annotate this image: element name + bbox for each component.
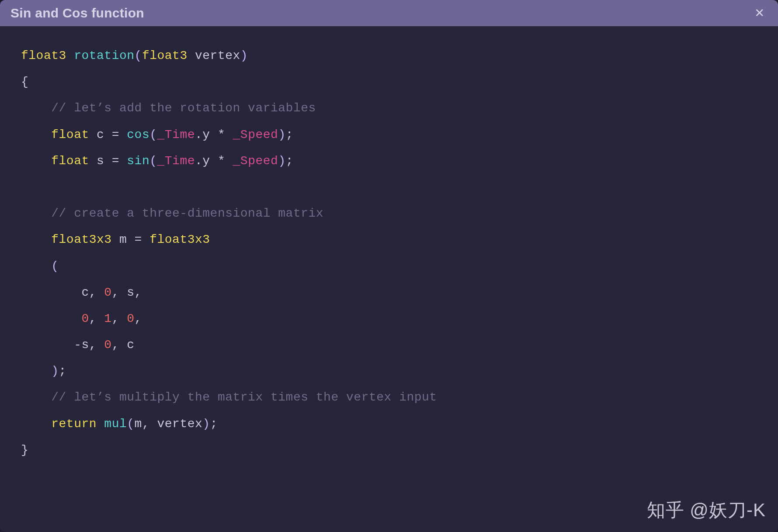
token-paren: ( xyxy=(127,417,134,431)
token-type: float3 xyxy=(142,49,188,62)
titlebar: Sin and Cos function ✕ xyxy=(0,0,778,26)
token-operator: = xyxy=(104,154,127,168)
token-variable: _Time xyxy=(157,128,195,142)
token-paren: ( xyxy=(149,154,157,168)
token-type: float3x3 xyxy=(51,233,111,246)
token-paren: ) xyxy=(240,49,248,62)
token-comma: , xyxy=(89,286,104,299)
token-identifier: m xyxy=(135,417,142,431)
token-variable: _Speed xyxy=(233,154,278,168)
token-paren: ( xyxy=(149,128,157,142)
token-identifier: s xyxy=(127,286,134,299)
token-paren: ( xyxy=(135,49,142,62)
token-param: vertex xyxy=(195,49,240,62)
token-variable: _Time xyxy=(157,154,195,168)
token-operator: - xyxy=(74,338,81,352)
token-paren: ) xyxy=(202,417,210,431)
window-title: Sin and Cos function xyxy=(10,6,144,21)
token-comment: // let’s add the rotation variables xyxy=(51,101,316,115)
token-type: float3x3 xyxy=(149,233,210,246)
token-semicolon: ; xyxy=(59,364,66,378)
token-comma: , xyxy=(112,312,127,325)
token-identifier: s xyxy=(81,338,89,352)
token-number: 1 xyxy=(104,312,111,325)
token-identifier: c xyxy=(81,286,89,299)
token-type: float xyxy=(51,154,89,168)
token-paren: ) xyxy=(51,364,59,378)
token-comma: , xyxy=(142,417,157,431)
token-paren: ( xyxy=(51,259,59,273)
token-identifier: vertex xyxy=(157,417,203,431)
token-identifier: c xyxy=(127,338,134,352)
token-member: .y xyxy=(195,154,210,168)
token-semicolon: ; xyxy=(210,417,218,431)
token-semicolon: ; xyxy=(286,154,293,168)
token-identifier: s xyxy=(97,154,104,168)
token-number: 0 xyxy=(104,286,111,299)
token-brace: { xyxy=(21,75,28,89)
token-function: rotation xyxy=(74,49,134,62)
token-comma: , xyxy=(135,286,142,299)
token-type: float xyxy=(51,128,89,142)
code-window: Sin and Cos function ✕ float3 rotation(f… xyxy=(0,0,778,532)
token-comma: , xyxy=(135,312,142,325)
token-operator: = xyxy=(104,128,127,142)
token-comma: , xyxy=(112,338,127,352)
token-operator: * xyxy=(210,154,233,168)
token-keyword: return xyxy=(51,417,97,431)
code-area[interactable]: float3 rotation(float3 vertex) { // let’… xyxy=(0,26,778,532)
token-operator: * xyxy=(210,128,233,142)
token-comment: // let’s multiply the matrix times the v… xyxy=(51,390,437,404)
token-function: mul xyxy=(104,417,127,431)
token-number: 0 xyxy=(81,312,89,325)
token-comma: , xyxy=(112,286,127,299)
token-member: .y xyxy=(195,128,210,142)
token-paren: ) xyxy=(278,154,285,168)
token-brace: } xyxy=(21,443,28,457)
token-identifier: m xyxy=(119,233,127,246)
close-icon[interactable]: ✕ xyxy=(752,4,768,22)
token-comma: , xyxy=(89,338,104,352)
token-function: cos xyxy=(127,128,149,142)
token-identifier: c xyxy=(97,128,104,142)
token-comment: // create a three-dimensional matrix xyxy=(51,207,323,220)
token-type: float3 xyxy=(21,49,66,62)
token-variable: _Speed xyxy=(233,128,278,142)
token-comma: , xyxy=(89,312,104,325)
token-semicolon: ; xyxy=(286,128,293,142)
token-number: 0 xyxy=(127,312,134,325)
token-function: sin xyxy=(127,154,149,168)
token-number: 0 xyxy=(104,338,111,352)
token-operator: = xyxy=(127,233,149,246)
token-paren: ) xyxy=(278,128,285,142)
